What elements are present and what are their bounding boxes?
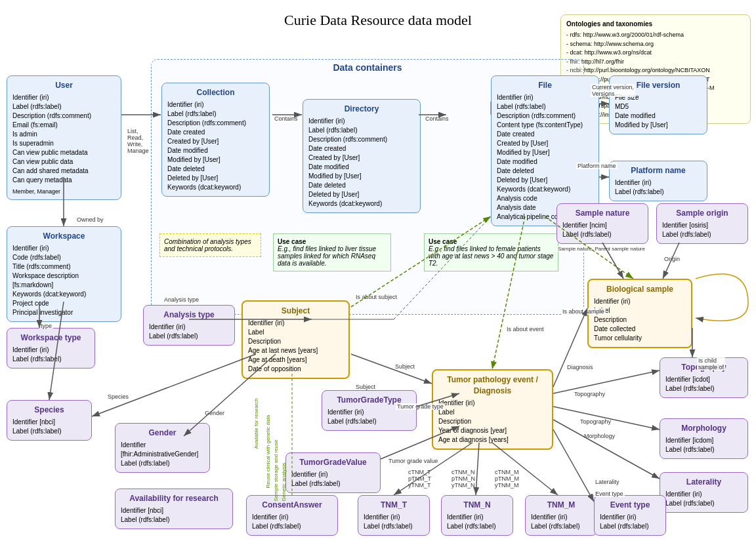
file-title: File [497,80,593,91]
event-type-title: Event type [600,500,660,511]
usecase1-text: E.g., find files linked to liver tissue … [278,245,376,267]
usecase1-note: Use case E.g., find files linked to live… [273,233,391,271]
tnm-m-fields: Identifier (iri) Label (rdfs:label) [531,513,591,531]
sample-origin-box: Sample origin Identifier [osiris] Label … [656,203,748,244]
diagnosis-label: Diagnosis [566,364,595,370]
availability-box: Availability for research Identifier [nb… [115,489,233,529]
sample-nature-arrow-label: Sample nature, Parent sample nature [556,246,646,252]
tnm-m-title: TNM_M [531,500,591,511]
tumor-grade-value-fields: Identifier (iri) Label (rdfs:label) [291,470,375,489]
workspace-type-box: Workspace type Identifier (iri) Label (r… [7,328,95,369]
laterality-arrow-label: Laterality [594,479,621,485]
workspace-fields: Identifier (iri) Code (rdfs:label) Title… [12,244,116,317]
combination-note-text: Combination of analysis types and techni… [164,238,251,252]
available-research-label: Available for research [253,398,259,449]
collection-title: Collection [167,87,264,98]
sample-nature-title: Sample nature [562,208,642,219]
subject-arrow-label2: Subject [354,384,377,390]
contains-label-2: Contains [424,115,450,122]
morphology-arrow-label: Morphology [583,433,616,439]
consent-answer-title: ConsentAnswer [252,500,332,511]
is-about-sample-label: Is about sample [561,308,606,315]
tnm-m-box: TNM_M Identifier (iri) Label (rdfs:label… [525,495,597,536]
tumor-grade-type-fields: Identifier (iri) Label (rdfs:label) [327,408,411,426]
is-about-event-label: Is about event [505,326,545,332]
svg-line-19 [553,308,587,387]
tnm-n-title: TNM_N [447,500,507,511]
file-fields: Identifier (iri) Label (rdfs:label) Desc… [497,93,593,222]
usecase2-title: Use case [429,238,554,245]
svg-line-23 [553,429,594,502]
laterality-fields: Identifier (iri) Label (rdfs:label) [665,490,742,508]
collection-box: Collection Identifier (iri) Label (rdfs:… [161,83,270,197]
workspace-type-fields: Identifier (iri) Label (rdfs:label) [12,346,89,364]
platform-name-arrow-label: Platform name [576,163,618,169]
is-child-sample-label: Is child sample of [697,357,725,370]
tnm-n-box: TNM_N Identifier (iri) Label (rdfs:label… [441,495,513,536]
event-type-arrow-label: Event type [594,490,625,497]
event-type-fields: Identifier (iri) Label (rdfs:label) [600,513,660,531]
species-fields: Identifier [nbci] Label (rdfs:label) [12,418,86,436]
user-box: User Identifier (iri) Label (rdfs:label)… [7,75,121,200]
subject-fields: Identifier (iri) Label Description Age a… [248,319,343,374]
data-containers-title: Data containers [152,60,583,75]
svg-line-22 [553,420,660,479]
tnm-n-fields: Identifier (iri) Label (rdfs:label) [447,513,507,531]
subject-box: Subject Identifier (iri) Label Descripti… [242,300,350,379]
file-version-fields: File size MD5 Date modified Modified by … [615,93,702,130]
biological-sample-title: Biological sample [594,284,686,295]
platform-name-title: Platform name [615,165,702,176]
type-label: type [39,323,53,329]
biological-sample-fields: Identifier (iri) Label Description Date … [594,297,686,343]
origin-arrow-label: Origin [663,256,681,262]
tnm-t-fields: Identifier (iri) Label (rdfs:label) [364,513,424,531]
directory-fields: Identifier (iri) Label (rdfs:label) Desc… [308,117,415,209]
user-title: User [12,80,116,91]
laterality-title: Laterality [665,477,742,488]
contains-label-1: Contains [273,115,299,122]
tumor-grade-value-box: TumorGradeValue Identifier (iri) Label (… [285,452,381,493]
sample-nature-fields: Identifier [ncim] Label (rdfs:label) [562,221,642,239]
tumor-grade-value-arrow-label: Tumor grade value [387,458,439,464]
topography2-label: Topography [579,418,612,425]
sample-storage-label: Sample storage and reuse [273,440,279,502]
ctnm-n-label: cTNM_NpTNM_NyTNM_N [450,469,476,489]
usecase2-note: Use case E.g., find files linked to fema… [424,233,558,271]
svg-line-20 [553,370,660,393]
reuse-clinical-label: Reuse clinical with genetic data [265,415,271,489]
usecase2-text: E.g., find files linked to female patien… [429,245,553,267]
svg-line-18 [92,354,256,416]
analysis-type-title: Analysis type [149,309,229,321]
analysis-type-box: Analysis type Identifier (iri) Label (rd… [143,305,235,346]
is-about-subject-label: Is about subject [354,294,398,300]
sample-nature-box: Sample nature Identifier [ncim] Label (r… [556,203,648,244]
user-fields: Identifier (iri) Label (rdfs:label) Desc… [12,93,116,185]
workspace-type-title: Workspace type [12,332,89,344]
species-box: Species Identifier [nbci] Label (rdfs:la… [7,400,92,441]
analysis-type-arrow-label: Analysis type [163,296,200,303]
gender-fields: Identifier [fhir:AdministrativeGender] L… [121,441,204,468]
directory-title: Directory [308,104,415,115]
workspace-title: Workspace [12,231,116,242]
availability-fields: Identifier [nbci] Label (rdfs:label) [121,506,227,525]
tumor-grade-value-title: TumorGradeValue [291,457,375,468]
gender-box: Gender Identifier [fhir:AdministrativeGe… [115,423,210,473]
morphology-box: Morphology Identifier [icdom] Label (rdf… [660,418,748,459]
morphology-fields: Identifier [icdom] Label (rdfs:label) [665,436,742,454]
species-label: Species [106,393,130,400]
current-version-label: Current version,Versions [591,84,635,97]
collection-fields: Identifier (iri) Label (rdfs:label) Desc… [167,100,264,192]
svg-line-16 [351,354,432,384]
topography-fields: Identifier [icdot] Label (rdfs:label) [665,375,742,393]
usecase1-title: Use case [278,238,387,245]
consent-answer-box: ConsentAnswer Identifier (iri) Label (rd… [246,495,338,536]
tumor-pathology-fields: Identifier (iri) Label Description Year … [438,399,547,445]
subject-arrow-label1: Subject [394,363,416,370]
ctnm-t-label: cTNM_TpTNM_TyTNM_T [407,469,432,489]
event-type-box: Event type Identifier (iri) Label (rdfs:… [594,495,666,536]
directory-box: Directory Identifier (iri) Label (rdfs:l… [303,99,421,213]
gender-title: Gender [121,428,204,439]
sample-origin-fields: Identifier [osiris] Label (rdfs:label) [662,221,742,239]
genetic-analysis-label: Genetic analysis [281,463,287,502]
morphology-title: Morphology [665,423,742,434]
